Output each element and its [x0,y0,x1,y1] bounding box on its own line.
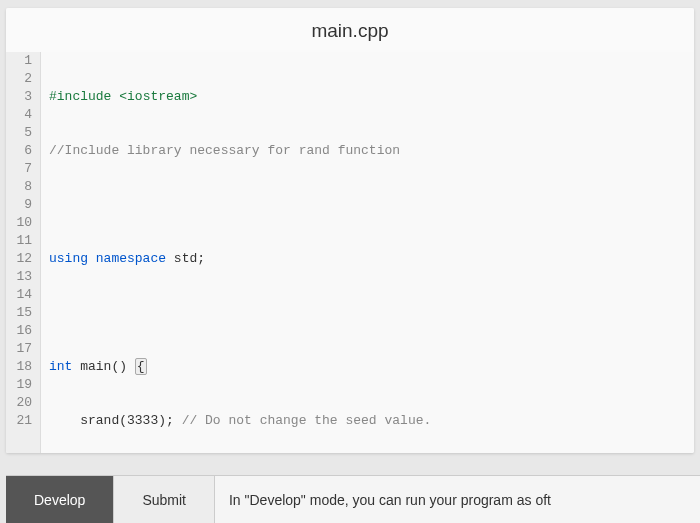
code-line: using namespace std; [49,250,595,268]
line-num: 13 [6,268,32,286]
line-num: 6 [6,142,32,160]
line-num: 19 [6,376,32,394]
line-num: 8 [6,178,32,196]
line-num: 21 [6,412,32,430]
line-num: 4 [6,106,32,124]
code-line [49,196,595,214]
line-num: 2 [6,70,32,88]
code-line: //Include library necessary for rand fun… [49,142,595,160]
develop-tab[interactable]: Develop [6,476,114,523]
code-line: int main() { [49,358,595,376]
submit-tab[interactable]: Submit [114,476,215,523]
filename-label: main.cpp [6,8,694,52]
line-num: 14 [6,286,32,304]
line-num: 9 [6,196,32,214]
line-num: 10 [6,214,32,232]
line-num: 7 [6,160,32,178]
line-num: 15 [6,304,32,322]
editor-window: main.cpp 1 2 3 4 5 6 7 8 9 10 11 12 13 1… [6,8,694,453]
code-editor[interactable]: 1 2 3 4 5 6 7 8 9 10 11 12 13 14 15 16 1… [6,52,694,453]
code-line: srand(3333); // Do not change the seed v… [49,412,595,430]
mode-bar: Develop Submit In "Develop" mode, you ca… [6,475,700,523]
line-num: 18 [6,358,32,376]
line-num: 1 [6,52,32,70]
mode-hint: In "Develop" mode, you can run your prog… [215,492,551,508]
line-num: 12 [6,250,32,268]
code-line: #include <iostream> [49,88,595,106]
line-num: 20 [6,394,32,412]
line-num: 16 [6,322,32,340]
code-line [49,304,595,322]
line-num: 11 [6,232,32,250]
line-num: 17 [6,340,32,358]
line-gutter: 1 2 3 4 5 6 7 8 9 10 11 12 13 14 15 16 1… [6,52,41,453]
code-content[interactable]: #include <iostream> //Include library ne… [41,52,595,453]
line-num: 5 [6,124,32,142]
line-num: 3 [6,88,32,106]
